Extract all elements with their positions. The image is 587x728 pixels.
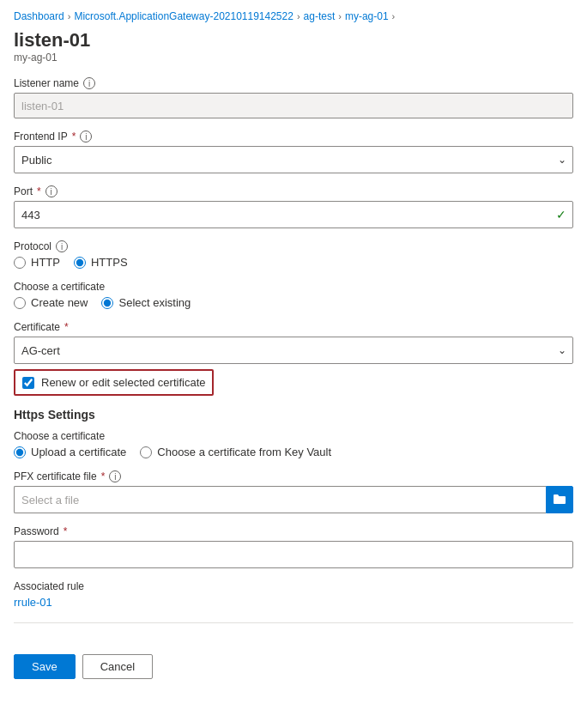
save-button[interactable]: Save	[14, 654, 76, 679]
protocol-info-icon[interactable]: i	[56, 240, 68, 252]
frontend-ip-info-icon[interactable]: i	[80, 130, 92, 143]
breadcrumb-gateway[interactable]: Microsoft.ApplicationGateway-20210119142…	[74, 10, 294, 22]
protocol-label: Protocol i	[14, 240, 573, 252]
certificate-select-wrapper: AG-cert cert-01 cert-02 ⌄	[14, 337, 573, 364]
protocol-https-radio[interactable]	[74, 257, 86, 269]
choose-cert-group: Choose a certificate Create new Select e…	[14, 281, 573, 309]
cancel-button[interactable]: Cancel	[82, 654, 153, 679]
breadcrumb-sep-2: ›	[297, 11, 300, 21]
port-label: Port * i	[14, 185, 573, 197]
breadcrumb-my-ag-01[interactable]: my-ag-01	[345, 10, 389, 22]
listener-name-group: Listener name i	[14, 77, 573, 118]
choose-cert-label: Choose a certificate	[14, 281, 573, 293]
listener-name-label: Listener name i	[14, 77, 573, 89]
form-divider	[14, 622, 573, 623]
breadcrumb-dashboard[interactable]: Dashboard	[14, 10, 64, 22]
button-row: Save Cancel	[0, 647, 587, 693]
frontend-ip-select-wrapper: Public Private ⌄	[14, 146, 573, 173]
create-new-radio[interactable]	[14, 297, 26, 309]
folder-icon	[553, 493, 566, 507]
password-label: Password *	[14, 525, 573, 537]
certificate-group: Certificate * AG-cert cert-01 cert-02 ⌄ …	[14, 321, 573, 396]
https-settings-title: Https Settings	[14, 408, 573, 422]
breadcrumb-sep-3: ›	[338, 11, 342, 21]
cert-choice-radio-group: Create new Select existing	[14, 296, 573, 309]
listener-name-input	[14, 93, 573, 118]
upload-cert-radio[interactable]	[14, 446, 26, 458]
certificate-label: Certificate *	[14, 321, 573, 333]
protocol-http-radio[interactable]	[14, 257, 26, 269]
upload-cert-label[interactable]: Upload a certificate	[14, 446, 126, 458]
port-group: Port * i 443 80 8080 ✓	[14, 185, 573, 228]
protocol-https-label[interactable]: HTTPS	[74, 256, 128, 269]
https-cert-radio-group: Upload a certificate Choose a certificat…	[14, 446, 573, 458]
password-input[interactable]	[14, 541, 573, 568]
protocol-http-label[interactable]: HTTP	[14, 256, 60, 269]
https-choose-cert-label: Choose a certificate	[14, 430, 573, 442]
renew-checkbox-label[interactable]: Renew or edit selected certificate	[41, 376, 205, 389]
page-subtitle: my-ag-01	[0, 52, 587, 74]
create-new-label[interactable]: Create new	[14, 296, 88, 309]
listener-name-info-icon[interactable]: i	[83, 77, 95, 89]
protocol-radio-group: HTTP HTTPS	[14, 256, 573, 269]
select-existing-radio[interactable]	[101, 297, 113, 309]
renew-checkbox-row[interactable]: Renew or edit selected certificate	[14, 369, 214, 396]
keyvault-cert-label[interactable]: Choose a certificate from Key Vault	[140, 446, 331, 458]
certificate-select[interactable]: AG-cert cert-01 cert-02	[14, 337, 573, 364]
renew-checkbox[interactable]	[22, 377, 34, 389]
pfx-info-icon[interactable]: i	[109, 470, 121, 482]
https-settings-section: Https Settings Choose a certificate Uplo…	[14, 408, 573, 458]
password-group: Password *	[14, 525, 573, 568]
pfx-file-group: PFX certificate file * i Select a file	[14, 470, 573, 513]
associated-rule-label: Associated rule	[14, 580, 573, 592]
port-info-icon[interactable]: i	[45, 185, 57, 197]
file-browse-button[interactable]	[546, 486, 573, 513]
file-input-wrapper: Select a file	[14, 486, 573, 513]
port-select-wrapper: 443 80 8080 ✓	[14, 201, 573, 228]
associated-rule-group: Associated rule rrule-01	[14, 580, 573, 609]
port-select[interactable]: 443 80 8080	[14, 201, 573, 228]
pfx-label: PFX certificate file * i	[14, 470, 573, 482]
page-title: listen-01	[0, 26, 587, 52]
breadcrumb: Dashboard › Microsoft.ApplicationGateway…	[0, 0, 587, 26]
select-existing-label[interactable]: Select existing	[101, 296, 191, 309]
pfx-file-placeholder: Select a file	[14, 486, 546, 513]
breadcrumb-sep-1: ›	[68, 11, 71, 21]
protocol-group: Protocol i HTTP HTTPS	[14, 240, 573, 269]
keyvault-cert-radio[interactable]	[140, 446, 152, 458]
associated-rule-link[interactable]: rrule-01	[14, 596, 52, 609]
breadcrumb-sep-4: ›	[392, 11, 396, 21]
frontend-ip-label: Frontend IP * i	[14, 130, 573, 143]
frontend-ip-group: Frontend IP * i Public Private ⌄	[14, 130, 573, 173]
frontend-ip-select[interactable]: Public Private	[14, 146, 573, 173]
form-container: Listener name i Frontend IP * i Public P…	[0, 74, 587, 647]
breadcrumb-ag-test[interactable]: ag-test	[304, 10, 336, 22]
